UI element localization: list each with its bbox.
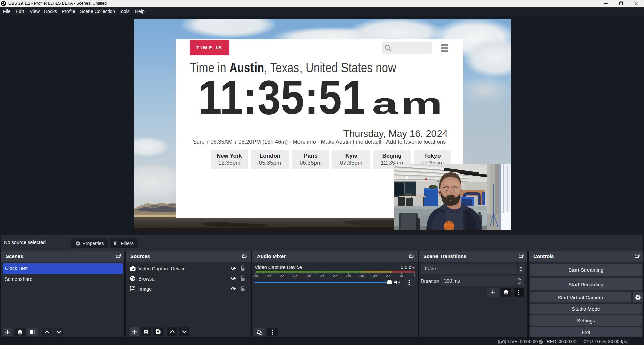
svg-text:-25: -25 [346, 274, 351, 278]
svg-text:0: 0 [414, 274, 415, 278]
svg-text:-5: -5 [400, 274, 403, 278]
svg-text:-40: -40 [306, 274, 311, 278]
svg-text:-20: -20 [359, 274, 364, 278]
svg-text:-45: -45 [293, 274, 298, 278]
svg-text:-50: -50 [280, 274, 284, 278]
svg-text:-15: -15 [373, 274, 377, 278]
svg-text:-55: -55 [267, 274, 271, 278]
svg-text:-30: -30 [333, 274, 337, 278]
svg-text:-10: -10 [386, 274, 390, 278]
svg-text:-60: -60 [253, 274, 258, 278]
svg-text:-35: -35 [320, 274, 324, 278]
